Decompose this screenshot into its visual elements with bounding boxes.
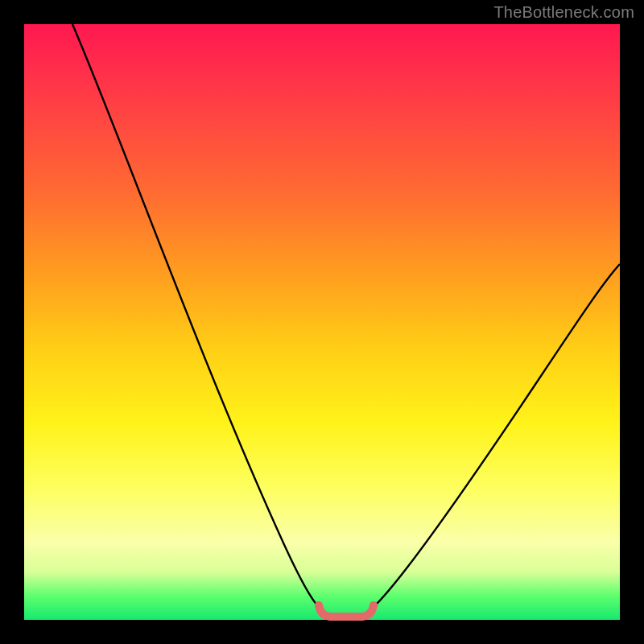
curve-left-branch xyxy=(72,24,319,607)
ideal-zone-curve xyxy=(319,605,374,617)
chart-frame: TheBottleneck.com xyxy=(0,0,644,644)
ideal-zone-end-left xyxy=(315,601,323,609)
plot-area xyxy=(24,24,620,620)
curve-right-branch xyxy=(374,264,620,607)
curve-layer xyxy=(24,24,620,620)
ideal-zone-end-right xyxy=(369,601,378,609)
watermark-text: TheBottleneck.com xyxy=(493,3,634,22)
